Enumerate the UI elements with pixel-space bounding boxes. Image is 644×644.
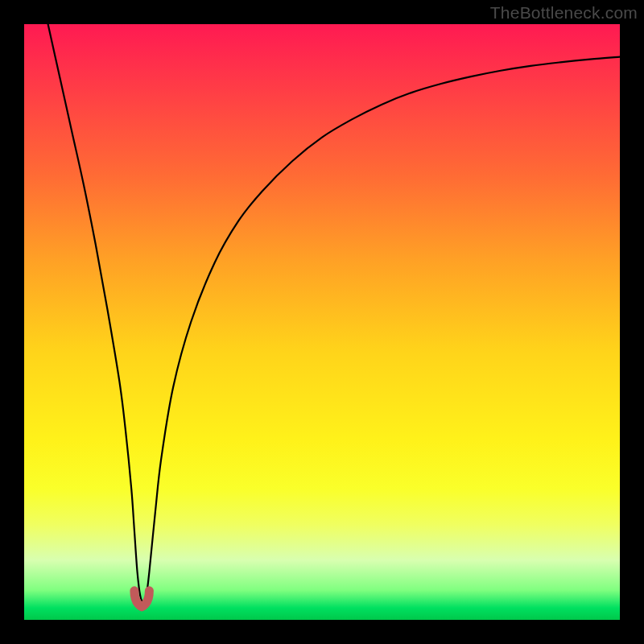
- bottleneck-curve: [48, 24, 620, 602]
- chart-frame: TheBottleneck.com: [0, 0, 644, 644]
- plot-area: [24, 24, 620, 620]
- bottleneck-curve-svg: [24, 24, 620, 620]
- watermark-text: TheBottleneck.com: [490, 3, 638, 23]
